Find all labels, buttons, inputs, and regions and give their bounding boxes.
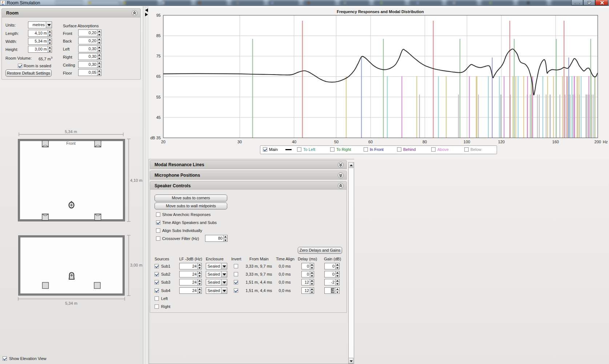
svg-text:75: 75 [156, 54, 161, 58]
svg-text:60: 60 [368, 140, 373, 144]
svg-text:95: 95 [156, 13, 161, 17]
svg-text:55: 55 [156, 95, 161, 99]
svg-text:Front: Front [66, 141, 76, 145]
svg-text:Frequency Responses and Modal: Frequency Responses and Modal Distributi… [337, 9, 424, 14]
svg-text:100: 100 [464, 140, 470, 144]
svg-text:200: 200 [594, 140, 601, 144]
svg-text:80: 80 [422, 140, 427, 144]
svg-text:50: 50 [334, 140, 338, 144]
svg-text:20: 20 [161, 140, 165, 144]
svg-text:120: 120 [498, 140, 505, 144]
svg-text:40: 40 [292, 140, 296, 144]
svg-text:65: 65 [156, 74, 161, 79]
svg-text:dB 35: dB 35 [150, 136, 161, 140]
svg-text:5,34 m: 5,34 m [65, 301, 77, 305]
svg-text:160: 160 [552, 140, 559, 144]
svg-text:30: 30 [237, 140, 242, 144]
svg-text:85: 85 [156, 33, 161, 38]
svg-text:45: 45 [156, 115, 161, 120]
svg-text:Hz: Hz [603, 140, 608, 144]
svg-text:5,34 m: 5,34 m [65, 129, 77, 134]
svg-text:4,10 m: 4,10 m [130, 178, 143, 183]
svg-text:3,00 m: 3,00 m [130, 263, 143, 267]
